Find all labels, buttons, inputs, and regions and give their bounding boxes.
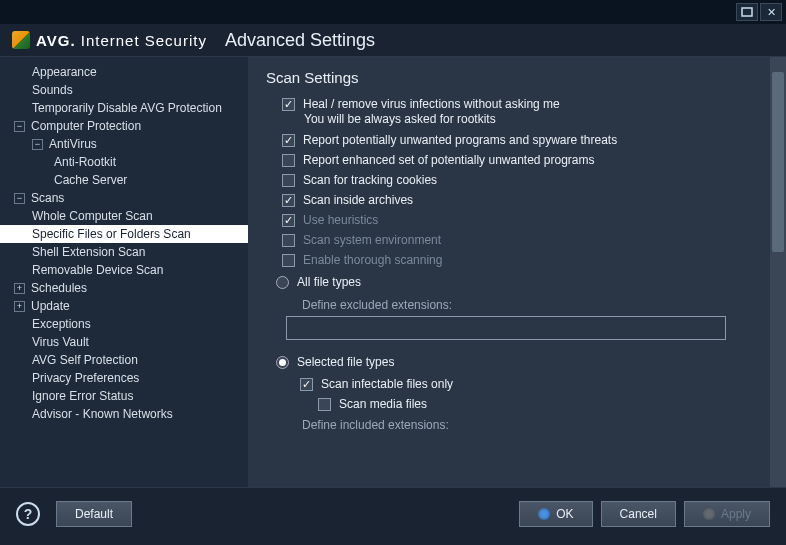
sidebar-item[interactable]: Whole Computer Scan <box>0 207 248 225</box>
radio-all-file-types[interactable] <box>276 276 289 289</box>
sidebar-item-label: Removable Device Scan <box>32 263 163 277</box>
content-heading: Scan Settings <box>266 69 768 86</box>
checkbox-label: Scan system environment <box>303 233 441 247</box>
sidebar-item[interactable]: Cache Server <box>0 171 248 189</box>
checkbox[interactable] <box>282 154 295 167</box>
header: AVG. Internet Security Advanced Settings <box>0 24 786 56</box>
sidebar-item[interactable]: Exceptions <box>0 315 248 333</box>
logo-product: Internet Security <box>81 32 207 49</box>
excluded-ext-label: Define excluded extensions: <box>266 298 768 312</box>
checkbox-row: ✓Report potentially unwanted programs an… <box>266 130 768 150</box>
checkbox-label: Use heuristics <box>303 213 378 227</box>
sidebar-item[interactable]: −AntiVirus <box>0 135 248 153</box>
checkbox-label: Report potentially unwanted programs and… <box>303 133 617 147</box>
checkbox-row: ✓Heal / remove virus infections without … <box>266 94 768 114</box>
expand-icon[interactable]: + <box>14 283 25 294</box>
checkbox-row: Report enhanced set of potentially unwan… <box>266 150 768 170</box>
sidebar-item-label: Virus Vault <box>32 335 89 349</box>
sidebar-item-label: AntiVirus <box>49 137 97 151</box>
maximize-button[interactable] <box>736 3 758 21</box>
sidebar-item-label: Sounds <box>32 83 73 97</box>
logo-icon <box>12 31 30 49</box>
sidebar-item-label: Cache Server <box>54 173 127 187</box>
ok-button[interactable]: OK <box>519 501 592 527</box>
checkbox-row: ✓Use heuristics <box>266 210 768 230</box>
checkbox-label: Scan for tracking cookies <box>303 173 437 187</box>
checkbox[interactable]: ✓ <box>282 194 295 207</box>
titlebar: ✕ <box>0 0 786 24</box>
sidebar-item-label: Schedules <box>31 281 87 295</box>
checkbox-scan-infectable-label: Scan infectable files only <box>321 377 453 391</box>
cancel-button[interactable]: Cancel <box>601 501 676 527</box>
sidebar-item[interactable]: −Computer Protection <box>0 117 248 135</box>
content-panel: Scan Settings ✓Heal / remove virus infec… <box>248 57 786 487</box>
sidebar-item[interactable]: Specific Files or Folders Scan <box>0 225 248 243</box>
apply-button[interactable]: Apply <box>684 501 770 527</box>
sidebar-item[interactable]: Appearance <box>0 63 248 81</box>
sidebar-item[interactable]: AVG Self Protection <box>0 351 248 369</box>
checkbox-row: ✓Scan inside archives <box>266 190 768 210</box>
checkbox-scan-infectable[interactable]: ✓ <box>300 378 313 391</box>
sidebar-item-label: Shell Extension Scan <box>32 245 145 259</box>
logo-brand: AVG. <box>36 32 76 49</box>
sidebar: AppearanceSoundsTemporarily Disable AVG … <box>0 57 248 487</box>
page-title: Advanced Settings <box>225 30 375 51</box>
checkbox-scan-media-label: Scan media files <box>339 397 427 411</box>
sidebar-item-label: Whole Computer Scan <box>32 209 153 223</box>
sidebar-item[interactable]: Virus Vault <box>0 333 248 351</box>
svg-rect-0 <box>742 8 752 16</box>
default-button[interactable]: Default <box>56 501 132 527</box>
sidebar-item[interactable]: Advisor - Known Networks <box>0 405 248 423</box>
sidebar-item[interactable]: Privacy Preferences <box>0 369 248 387</box>
sidebar-item[interactable]: Anti-Rootkit <box>0 153 248 171</box>
sidebar-item[interactable]: Temporarily Disable AVG Protection <box>0 99 248 117</box>
collapse-icon[interactable]: − <box>32 139 43 150</box>
checkbox[interactable] <box>282 254 295 267</box>
checkbox-label: Heal / remove virus infections without a… <box>303 97 560 111</box>
sidebar-item[interactable]: +Update <box>0 297 248 315</box>
checkbox-row: Scan for tracking cookies <box>266 170 768 190</box>
sidebar-item-label: Scans <box>31 191 64 205</box>
checkbox-row: Scan system environment <box>266 230 768 250</box>
sidebar-item-label: Privacy Preferences <box>32 371 139 385</box>
checkbox-subtext: You will be always asked for rootkits <box>266 112 768 126</box>
sidebar-item[interactable]: +Schedules <box>0 279 248 297</box>
expand-icon[interactable]: + <box>14 301 25 312</box>
checkbox-label: Report enhanced set of potentially unwan… <box>303 153 595 167</box>
sidebar-item-label: Update <box>31 299 70 313</box>
sidebar-item[interactable]: Removable Device Scan <box>0 261 248 279</box>
checkbox[interactable] <box>282 234 295 247</box>
sidebar-item-label: Exceptions <box>32 317 91 331</box>
checkbox-scan-media[interactable] <box>318 398 331 411</box>
radio-all-label: All file types <box>297 275 361 289</box>
collapse-icon[interactable]: − <box>14 193 25 204</box>
sidebar-item[interactable]: Ignore Error Status <box>0 387 248 405</box>
checkbox-row: Enable thorough scanning <box>266 250 768 270</box>
close-button[interactable]: ✕ <box>760 3 782 21</box>
content-scrollbar[interactable] <box>770 57 786 487</box>
checkbox-label: Scan inside archives <box>303 193 413 207</box>
excluded-ext-input[interactable] <box>286 316 726 340</box>
sidebar-item-label: Specific Files or Folders Scan <box>32 227 191 241</box>
sidebar-item-label: Computer Protection <box>31 119 141 133</box>
checkbox[interactable]: ✓ <box>282 214 295 227</box>
apply-icon <box>703 508 715 520</box>
radio-selected-label: Selected file types <box>297 355 394 369</box>
sidebar-item-label: Temporarily Disable AVG Protection <box>32 101 222 115</box>
sidebar-item-label: Ignore Error Status <box>32 389 133 403</box>
radio-selected-file-types[interactable] <box>276 356 289 369</box>
help-button[interactable]: ? <box>16 502 40 526</box>
sidebar-item-label: Appearance <box>32 65 97 79</box>
checkbox[interactable]: ✓ <box>282 98 295 111</box>
sidebar-item[interactable]: −Scans <box>0 189 248 207</box>
checkbox[interactable] <box>282 174 295 187</box>
sidebar-item[interactable]: Sounds <box>0 81 248 99</box>
collapse-icon[interactable]: − <box>14 121 25 132</box>
ok-icon <box>538 508 550 520</box>
checkbox[interactable]: ✓ <box>282 134 295 147</box>
sidebar-item-label: AVG Self Protection <box>32 353 138 367</box>
sidebar-item-label: Anti-Rootkit <box>54 155 116 169</box>
sidebar-item[interactable]: Shell Extension Scan <box>0 243 248 261</box>
logo: AVG. Internet Security <box>12 31 207 49</box>
checkbox-label: Enable thorough scanning <box>303 253 442 267</box>
